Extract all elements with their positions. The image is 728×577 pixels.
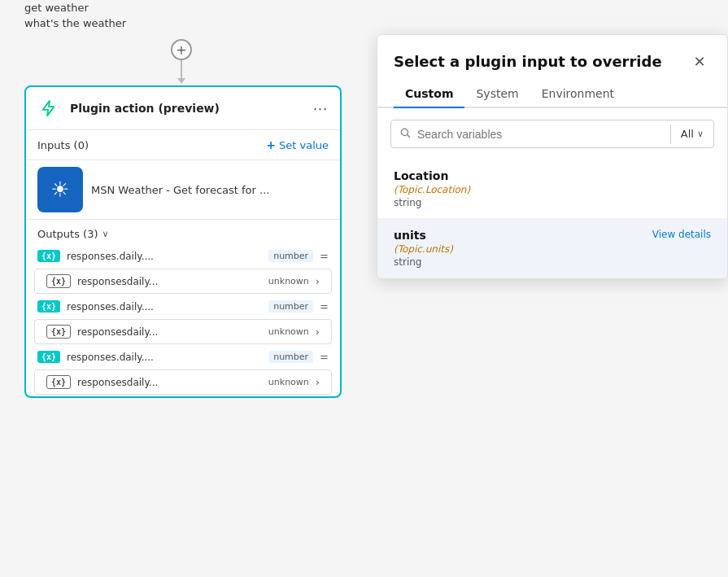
trigger-text-2: what's the weather bbox=[24, 17, 126, 29]
plus-circle-button[interactable]: + bbox=[171, 39, 192, 60]
variable-topic-units: (Topic.units) bbox=[394, 243, 453, 255]
output-name-2: responsesdaily... bbox=[77, 276, 262, 287]
msn-weather-icon: ☀ bbox=[37, 167, 83, 212]
variable-item-location[interactable]: Location (Topic.Location) string bbox=[377, 160, 727, 219]
variable-units-info: units (Topic.units) string bbox=[394, 229, 453, 268]
tab-system[interactable]: System bbox=[464, 81, 530, 108]
output-row-5-teal: {x} responses.daily.... number = bbox=[26, 346, 340, 368]
search-input[interactable] bbox=[417, 128, 662, 141]
plugin-input-panel: Select a plugin input to override ✕ Cust… bbox=[377, 34, 728, 279]
output-row-1-teal: {x} responses.daily.... number = bbox=[26, 245, 340, 267]
output-type-2: unknown bbox=[268, 276, 309, 286]
search-input-wrap bbox=[391, 120, 670, 147]
search-bar[interactable]: All ∨ bbox=[390, 120, 714, 148]
output-name-4: responsesdaily... bbox=[77, 326, 262, 338]
plugin-card-header: Plugin action (preview) ⋯ bbox=[26, 87, 340, 130]
output-name-5: responses.daily.... bbox=[67, 352, 262, 363]
var-badge-1: {x} bbox=[37, 250, 60, 262]
plugin-card-title: Plugin action (preview) bbox=[70, 102, 303, 115]
outputs-chevron-icon: ∨ bbox=[102, 229, 108, 239]
dropdown-chevron-icon: ∨ bbox=[697, 129, 704, 139]
inputs-label: Inputs (0) bbox=[37, 139, 89, 151]
set-value-button[interactable]: + Set value bbox=[266, 138, 329, 151]
plugin-action-card: Plugin action (preview) ⋯ Inputs (0) + S… bbox=[24, 85, 342, 398]
tab-custom[interactable]: Custom bbox=[394, 81, 464, 108]
all-label: All bbox=[681, 128, 694, 140]
variable-name-location: Location bbox=[394, 169, 711, 182]
connector-line-top bbox=[181, 60, 182, 78]
outputs-label-text: Outputs (3) bbox=[37, 228, 98, 240]
tab-custom-label: Custom bbox=[405, 87, 453, 100]
output-row-4-light[interactable]: {x} responsesdaily... unknown › bbox=[34, 319, 332, 344]
inputs-row: Inputs (0) + Set value bbox=[26, 130, 340, 160]
msn-weather-row: ☀ MSN Weather - Get forecast for ... bbox=[26, 160, 340, 219]
variable-units-header: units (Topic.units) string View details bbox=[394, 229, 711, 268]
outputs-section-header[interactable]: Outputs (3) ∨ bbox=[26, 219, 340, 245]
output-name-6: responsesdaily... bbox=[77, 377, 262, 388]
var-badge-3: {x} bbox=[37, 300, 60, 313]
tab-system-label: System bbox=[476, 87, 518, 100]
all-dropdown-button[interactable]: All ∨ bbox=[671, 121, 713, 146]
trigger-text-1: get weather bbox=[24, 2, 126, 14]
tab-environment-label: Environment bbox=[542, 87, 614, 100]
panel-tabs: Custom System Environment bbox=[377, 81, 727, 108]
menu-dots-icon: ⋯ bbox=[313, 100, 329, 117]
chevron-right-6: › bbox=[316, 376, 320, 388]
trigger-text-list: get weather what's the weather bbox=[24, 0, 126, 29]
search-icon bbox=[399, 127, 411, 141]
variable-item-units[interactable]: units (Topic.units) string View details bbox=[377, 219, 727, 278]
equals-1: = bbox=[320, 250, 329, 262]
output-type-5: number bbox=[268, 351, 313, 363]
output-type-6: unknown bbox=[268, 377, 309, 387]
plus-icon: + bbox=[176, 42, 186, 58]
add-connector[interactable]: + bbox=[171, 39, 192, 84]
var-badge-5: {x} bbox=[37, 351, 60, 363]
arrow-down-icon bbox=[177, 78, 185, 84]
msn-weather-label: MSN Weather - Get forecast for ... bbox=[91, 184, 269, 196]
output-name-3: responses.daily.... bbox=[67, 301, 262, 313]
panel-close-button[interactable]: ✕ bbox=[688, 50, 711, 72]
output-type-4: unknown bbox=[268, 326, 309, 337]
plugin-lightning-icon bbox=[36, 95, 62, 121]
set-value-plus-icon: + bbox=[266, 138, 276, 151]
output-name-1: responses.daily.... bbox=[67, 251, 262, 262]
tab-environment[interactable]: Environment bbox=[530, 81, 626, 108]
var-badge-6: {x} bbox=[46, 375, 71, 389]
output-row-3-teal: {x} responses.daily.... number = bbox=[26, 295, 340, 317]
var-badge-2: {x} bbox=[46, 274, 71, 288]
variable-type-units: string bbox=[394, 256, 453, 268]
panel-title: Select a plugin input to override bbox=[394, 53, 662, 70]
equals-5: = bbox=[320, 351, 329, 363]
svg-point-0 bbox=[401, 129, 408, 135]
panel-header: Select a plugin input to override ✕ bbox=[377, 35, 727, 81]
set-value-label: Set value bbox=[279, 139, 329, 151]
output-row-2-light[interactable]: {x} responsesdaily... unknown › bbox=[34, 269, 332, 294]
output-type-3: number bbox=[268, 300, 313, 313]
svg-line-1 bbox=[408, 135, 410, 138]
variable-type-location: string bbox=[394, 197, 711, 208]
chevron-right-2: › bbox=[316, 275, 320, 287]
output-type-1: number bbox=[268, 250, 313, 262]
variable-topic-location: (Topic.Location) bbox=[394, 184, 711, 195]
var-badge-4: {x} bbox=[46, 325, 71, 339]
sun-icon: ☀ bbox=[50, 177, 69, 202]
chevron-right-4: › bbox=[316, 326, 320, 338]
view-details-link[interactable]: View details bbox=[652, 229, 711, 240]
plugin-menu-button[interactable]: ⋯ bbox=[311, 98, 330, 118]
variable-name-units: units bbox=[394, 229, 453, 242]
close-icon: ✕ bbox=[693, 53, 705, 70]
equals-3: = bbox=[320, 300, 329, 313]
output-row-6-light[interactable]: {x} responsesdaily... unknown › bbox=[34, 369, 332, 395]
